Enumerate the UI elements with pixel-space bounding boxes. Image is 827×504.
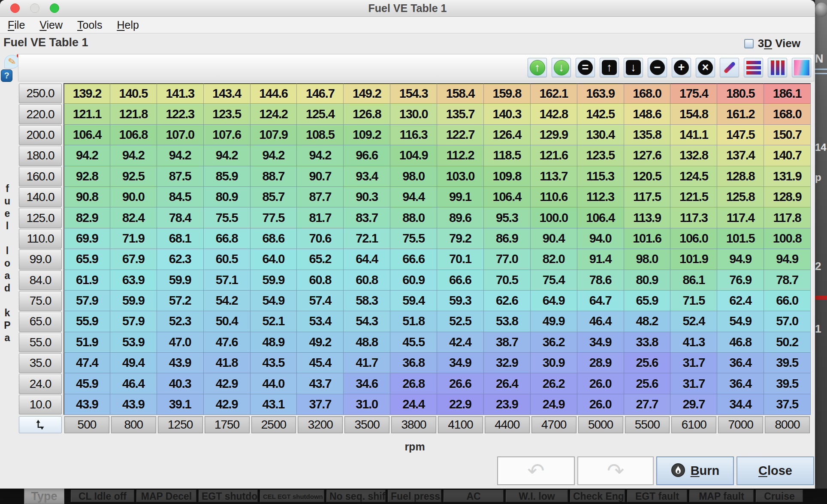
ve-cell[interactable]: 80.9 (204, 187, 251, 207)
redo-button[interactable]: ↷ (577, 456, 654, 485)
ve-cell[interactable]: 70.1 (437, 249, 484, 270)
ve-cell[interactable]: 68.6 (251, 228, 297, 249)
rpm-bin[interactable]: 5000 (578, 416, 623, 433)
load-bin[interactable]: 180.0 (19, 146, 62, 165)
menu-tools[interactable]: Tools (77, 19, 102, 31)
rpm-bin[interactable]: 800 (111, 416, 156, 433)
multiply-icon[interactable]: × (696, 58, 715, 77)
ve-cell[interactable]: 46.4 (110, 373, 157, 394)
ve-cell[interactable]: 117.3 (670, 207, 717, 228)
ve-cell[interactable]: 146.7 (297, 83, 344, 104)
gradient-view-icon[interactable] (792, 58, 811, 77)
ve-cell[interactable]: 89.6 (437, 207, 484, 228)
load-bin[interactable]: 10.0 (19, 395, 62, 414)
ve-cell[interactable]: 34.4 (717, 394, 764, 415)
ve-cell[interactable]: 42.9 (204, 373, 251, 394)
ve-cell[interactable]: 66.0 (764, 291, 811, 311)
ve-cell[interactable]: 57.4 (297, 291, 344, 311)
ve-cell[interactable]: 90.8 (63, 187, 110, 207)
ve-cell[interactable]: 43.7 (297, 373, 344, 394)
rpm-bin[interactable]: 3800 (391, 416, 436, 433)
ve-cell[interactable]: 57.9 (63, 291, 110, 311)
rpm-bin[interactable]: 7000 (718, 416, 763, 433)
ve-cell[interactable]: 82.9 (63, 207, 110, 228)
ve-cell[interactable]: 127.6 (624, 145, 671, 166)
load-bin[interactable]: 220.0 (19, 104, 62, 124)
ve-cell[interactable]: 71.5 (670, 291, 717, 311)
ve-cell[interactable]: 125.8 (717, 187, 764, 207)
ve-cell[interactable]: 36.4 (717, 373, 764, 394)
ve-cell[interactable]: 31.7 (670, 353, 717, 373)
ve-cell[interactable]: 142.5 (577, 104, 624, 124)
ve-cell[interactable]: 118.5 (484, 145, 531, 166)
ve-cell[interactable]: 66.8 (204, 228, 251, 249)
ve-cell[interactable]: 47.4 (63, 353, 110, 373)
ve-cell[interactable]: 60.5 (204, 249, 251, 270)
ve-cell[interactable]: 53.4 (297, 311, 344, 332)
ve-cell[interactable]: 23.9 (484, 394, 531, 415)
ve-cell[interactable]: 49.2 (297, 332, 344, 353)
ve-cell[interactable]: 84.5 (157, 187, 204, 207)
swap-axes-button[interactable] (19, 416, 62, 433)
increment-icon[interactable]: + (672, 58, 691, 77)
ve-cell[interactable]: 121.1 (63, 104, 110, 124)
ve-cell[interactable]: 85.9 (204, 166, 251, 187)
ve-cell[interactable]: 34.9 (577, 332, 624, 353)
ve-cell[interactable]: 85.7 (251, 187, 297, 207)
ve-cell[interactable]: 60.8 (297, 270, 344, 291)
ve-cell[interactable]: 154.8 (670, 104, 717, 124)
ve-cell[interactable]: 64.7 (577, 291, 624, 311)
ve-cell[interactable]: 94.0 (577, 228, 624, 249)
ve-cell[interactable]: 122.7 (437, 125, 484, 145)
load-bin[interactable]: 65.0 (19, 312, 62, 331)
set-equal-icon[interactable]: = (576, 58, 595, 77)
ve-cell[interactable]: 53.9 (110, 332, 157, 353)
ve-cell[interactable]: 50.4 (204, 311, 251, 332)
ve-cell[interactable]: 123.5 (204, 104, 251, 124)
ve-cell[interactable]: 54.9 (717, 311, 764, 332)
ve-cell[interactable]: 131.9 (764, 166, 811, 187)
load-bin[interactable]: 160.0 (19, 167, 62, 186)
ve-cell[interactable]: 59.9 (251, 270, 297, 291)
ve-cell[interactable]: 110.6 (531, 187, 577, 207)
undo-button[interactable]: ↶ (497, 456, 575, 485)
ve-cell[interactable]: 135.7 (437, 104, 484, 124)
ve-cell[interactable]: 154.3 (390, 83, 437, 104)
ve-cell[interactable]: 48.8 (344, 332, 390, 353)
ve-cell[interactable]: 124.5 (670, 166, 717, 187)
ve-cell[interactable]: 168.0 (764, 104, 811, 124)
ve-cell[interactable]: 57.2 (157, 291, 204, 311)
ve-cell[interactable]: 112.2 (437, 145, 484, 166)
ve-cell[interactable]: 52.5 (437, 311, 484, 332)
ve-cell[interactable]: 128.9 (764, 187, 811, 207)
ve-cell[interactable]: 34.9 (437, 353, 484, 373)
load-bin[interactable]: 125.0 (19, 208, 62, 228)
ve-cell[interactable]: 87.5 (157, 166, 204, 187)
ve-cell[interactable]: 59.4 (390, 291, 437, 311)
ve-cell[interactable]: 107.9 (251, 125, 297, 145)
ve-cell[interactable]: 113.9 (624, 207, 671, 228)
ve-cell[interactable]: 58.3 (344, 291, 390, 311)
ve-cell[interactable]: 75.5 (390, 228, 437, 249)
ve-cell[interactable]: 126.8 (344, 104, 390, 124)
ve-cell[interactable]: 51.9 (63, 332, 110, 353)
ve-cell[interactable]: 71.9 (110, 228, 157, 249)
ve-cell[interactable]: 180.5 (717, 83, 764, 104)
ve-cell[interactable]: 86.9 (484, 228, 531, 249)
ve-cell[interactable]: 140.5 (110, 83, 157, 104)
ve-cell[interactable]: 34.6 (344, 373, 390, 394)
ve-cell[interactable]: 51.8 (390, 311, 437, 332)
ve-cell[interactable]: 25.6 (624, 353, 671, 373)
ve-cell[interactable]: 59.9 (157, 270, 204, 291)
ve-cell[interactable]: 33.8 (624, 332, 671, 353)
burn-button[interactable]: Burn (656, 456, 734, 485)
ve-cell[interactable]: 66.6 (437, 270, 484, 291)
ve-cell[interactable]: 46.8 (717, 332, 764, 353)
ve-cell[interactable]: 25.6 (624, 373, 671, 394)
ve-cell[interactable]: 69.9 (63, 228, 110, 249)
ve-cell[interactable]: 168.0 (624, 83, 671, 104)
ve-cell[interactable]: 106.4 (484, 187, 531, 207)
ve-cell[interactable]: 106.0 (670, 228, 717, 249)
ve-cell[interactable]: 126.4 (484, 125, 531, 145)
ve-cell[interactable]: 130.0 (390, 104, 437, 124)
